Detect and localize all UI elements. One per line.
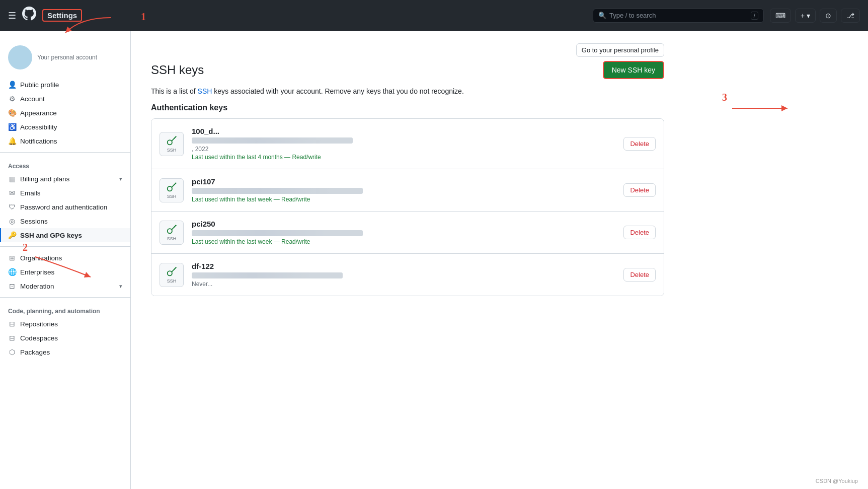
search-icon: 🔍 [598, 12, 606, 19]
page-title: SSH keys [151, 63, 204, 77]
sidebar-label-sessions: Sessions [20, 218, 48, 225]
sidebar-item-enterprises[interactable]: 🌐 Enterprises [0, 265, 130, 279]
sidebar-item-billing[interactable]: ▦ Billing and plans ▾ [0, 172, 130, 186]
sidebar-label-ssh-gpg: SSH and GPG keys [20, 232, 82, 239]
key-name-4: df-122 [192, 262, 615, 270]
key-info-1: 100_d... , 2022 Last used within the las… [192, 127, 615, 161]
auth-keys-title: Authentication keys [151, 103, 664, 112]
shield-icon: 🛡 [8, 203, 16, 211]
github-logo[interactable] [22, 7, 36, 24]
sidebar-item-password[interactable]: 🛡 Password and authentication [0, 200, 130, 214]
key-name-3: pci250 [192, 220, 615, 228]
key-usage-4: Never... [192, 281, 615, 288]
page-description: This is a list of SSH keys associated wi… [151, 87, 664, 95]
sidebar-label-notifications: Notifications [20, 137, 57, 145]
svg-point-3 [168, 271, 172, 275]
sidebar-label-codespaces: Codespaces [20, 334, 58, 342]
key-icon-4: SSH [160, 263, 184, 287]
terminal-button[interactable]: ⌨ [770, 9, 791, 23]
globe-icon: 🌐 [8, 268, 16, 276]
sidebar-label-organizations: Organizations [20, 254, 62, 262]
sessions-icon: ◎ [8, 217, 16, 225]
new-button[interactable]: + ▾ [795, 9, 816, 23]
packages-icon: ⬡ [8, 348, 16, 356]
appearance-icon: 🎨 [8, 109, 16, 117]
new-ssh-key-button[interactable]: New SSH key [603, 61, 664, 79]
sidebar-code-nav: ⊟ Repositories ⊟ Codespaces ⬡ Packages [0, 317, 130, 359]
sidebar-label-public-profile: Public profile [20, 81, 59, 89]
code-section-label: Code, planning, and automation [0, 302, 130, 317]
sidebar-label-packages: Packages [20, 348, 50, 356]
key-info-4: df-122 Never... [192, 262, 615, 288]
repo-icon: ⊟ [8, 320, 16, 328]
search-bar[interactable]: 🔍 / [593, 9, 764, 23]
key-usage-2: Last used within the last week — Read/wr… [192, 196, 615, 203]
ssh-key-item-2: SSH pci107 Last used within the last wee… [151, 169, 664, 212]
sidebar-more-nav: ⊞ Organizations 🌐 Enterprises ⊡ Moderati… [0, 251, 130, 293]
codespaces-icon: ⊟ [8, 334, 16, 342]
sidebar-label-repositories: Repositories [20, 320, 58, 328]
sidebar-item-public-profile[interactable]: 👤 Public profile [0, 78, 130, 92]
sidebar-item-codespaces[interactable]: ⊟ Codespaces [0, 331, 130, 345]
profile-text: Your personal account [37, 54, 97, 61]
access-section-label: Access [0, 157, 130, 172]
sidebar-main-nav: 👤 Public profile ⚙ Account 🎨 Appearance … [0, 78, 130, 148]
sidebar-profile: Your personal account [0, 41, 130, 78]
svg-point-0 [168, 140, 172, 145]
search-input[interactable] [609, 12, 748, 19]
key-usage-3: Last used within the last week — Read/wr… [192, 238, 615, 245]
key-icon-3: SSH [160, 221, 184, 245]
sidebar-access-nav: ▦ Billing and plans ▾ ✉ Emails 🛡 Passwor… [0, 172, 130, 242]
org-icon: ⊞ [8, 254, 16, 262]
sidebar-label-moderation: Moderation [20, 283, 54, 290]
key-info-3: pci250 Last used within the last week — … [192, 220, 615, 245]
history-button[interactable]: ⊙ [820, 9, 837, 23]
sidebar-item-ssh-gpg[interactable]: 🔑 SSH and GPG keys [0, 228, 130, 242]
hamburger-icon[interactable]: ☰ [8, 10, 16, 21]
key-icon-2: SSH [160, 178, 184, 202]
sidebar: Your personal account 👤 Public profile ⚙… [0, 31, 131, 489]
key-usage-1: Last used within the last 4 months — Rea… [192, 154, 615, 161]
sidebar-item-repositories[interactable]: ⊟ Repositories [0, 317, 130, 331]
sidebar-item-emails[interactable]: ✉ Emails [0, 186, 130, 200]
sidebar-item-packages[interactable]: ⬡ Packages [0, 345, 130, 359]
sidebar-item-appearance[interactable]: 🎨 Appearance [0, 106, 130, 120]
page-header: SSH keys New SSH key [151, 61, 664, 79]
footer-note: CSDN @Youkiup [816, 478, 858, 484]
go-to-profile-button[interactable]: Go to your personal profile [576, 43, 664, 57]
sidebar-item-accessibility[interactable]: ♿ Accessibility [0, 120, 130, 134]
billing-icon: ▦ [8, 175, 16, 183]
ssh-key-item-1: SSH 100_d... , 2022 Last used within the… [151, 119, 664, 169]
svg-point-1 [168, 186, 172, 191]
topnav-actions: ⌨ + ▾ ⊙ ⎇ [770, 9, 860, 23]
delete-button-4[interactable]: Delete [623, 268, 656, 282]
ssh-link[interactable]: SSH [198, 87, 212, 95]
key-name-2: pci107 [192, 177, 615, 186]
svg-point-2 [168, 229, 172, 233]
top-navigation: ☰ Settings 🔍 / ⌨ + ▾ ⊙ ⎇ [0, 0, 868, 31]
sidebar-item-notifications[interactable]: 🔔 Notifications [0, 134, 130, 148]
sidebar-item-moderation[interactable]: ⊡ Moderation ▾ [0, 279, 130, 293]
person-icon: 👤 [8, 81, 16, 89]
sidebar-label-account: Account [20, 95, 45, 103]
key-name-1: 100_d... [192, 127, 615, 135]
sidebar-label-appearance: Appearance [20, 109, 57, 117]
sidebar-label-password: Password and authentication [20, 203, 107, 211]
sidebar-label-enterprises: Enterprises [20, 268, 54, 276]
moderation-icon: ⊡ [8, 282, 16, 290]
delete-button-1[interactable]: Delete [623, 137, 656, 151]
sidebar-item-sessions[interactable]: ◎ Sessions [0, 214, 130, 228]
search-kbd: / [751, 12, 758, 20]
delete-button-2[interactable]: Delete [623, 183, 656, 197]
sidebar-label-accessibility: Accessibility [20, 123, 57, 131]
sidebar-item-organizations[interactable]: ⊞ Organizations [0, 251, 130, 265]
pr-button[interactable]: ⎇ [841, 9, 860, 23]
chevron-down-icon: ▾ [119, 176, 122, 182]
sidebar-item-account[interactable]: ⚙ Account [0, 92, 130, 106]
sidebar-label-billing: Billing and plans [20, 175, 69, 183]
delete-button-3[interactable]: Delete [623, 226, 656, 239]
key-icon: 🔑 [8, 231, 16, 239]
sidebar-label-emails: Emails [20, 189, 41, 197]
key-info-2: pci107 Last used within the last week — … [192, 177, 615, 203]
gear-icon: ⚙ [8, 95, 16, 103]
